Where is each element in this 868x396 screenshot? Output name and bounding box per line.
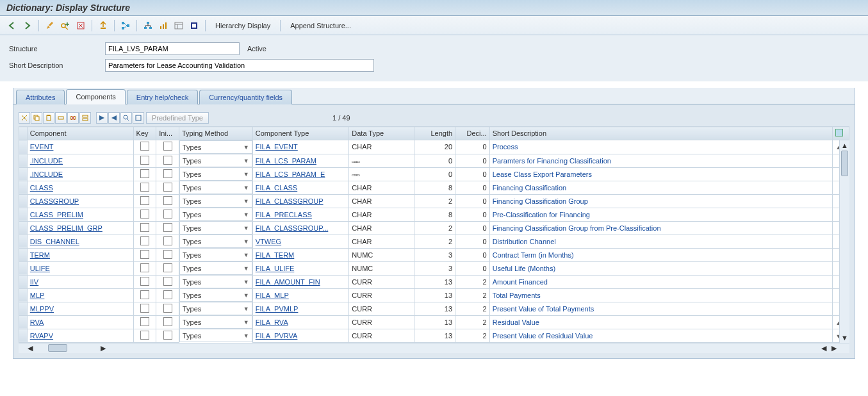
component-type-cell[interactable]: FILA_TERM — [252, 248, 349, 261]
dropdown-icon[interactable]: ▼ — [243, 171, 249, 177]
row-selector[interactable] — [19, 140, 28, 154]
component-cell[interactable]: MLP — [27, 288, 133, 302]
component-cell[interactable]: DIS_CHANNEL — [27, 235, 133, 248]
row-selector[interactable] — [19, 288, 28, 302]
initial-checkbox[interactable] — [156, 288, 179, 302]
check-icon[interactable] — [74, 19, 88, 33]
col-select[interactable] — [19, 127, 28, 140]
component-type-cell[interactable]: VTWEG — [252, 235, 349, 248]
dropdown-icon[interactable]: ▼ — [243, 319, 249, 326]
horizontal-scrollbar[interactable]: ◀ ▶ ◀ ▶ — [19, 343, 849, 353]
component-cell[interactable]: RVA — [27, 315, 133, 329]
component-cell[interactable]: .INCLUDE — [27, 154, 133, 167]
scroll-down-icon[interactable]: ▼ — [840, 333, 849, 343]
hierarchy-icon[interactable] — [141, 19, 155, 33]
table-row[interactable]: IIVTypes▼FILA_AMOUNT_FINCURR132Amount Fi… — [19, 275, 849, 288]
component-cell[interactable]: EVENT — [27, 140, 133, 154]
typing-method-cell[interactable]: Types▼ — [179, 181, 252, 194]
dropdown-icon[interactable]: ▼ — [243, 333, 249, 339]
table-row[interactable]: CLASS_PRELIM_GRPTypes▼FILA_CLASSGROUP...… — [19, 221, 849, 235]
typing-method-cell[interactable]: Types▼ — [179, 140, 252, 154]
key-checkbox[interactable] — [133, 275, 156, 288]
table-row[interactable]: DIS_CHANNELTypes▼VTWEGCHAR20Distribution… — [19, 235, 849, 248]
typing-method-cell[interactable]: Types▼ — [179, 235, 252, 248]
initial-checkbox[interactable] — [156, 248, 179, 261]
table-row[interactable]: CLASSGROUPTypes▼FILA_CLASSGROUPCHAR20Fin… — [19, 194, 849, 208]
key-checkbox[interactable] — [133, 288, 156, 302]
collapse-icon[interactable] — [108, 112, 120, 124]
row-selector[interactable] — [19, 275, 28, 288]
short-description-input[interactable] — [105, 59, 374, 72]
dropdown-icon[interactable]: ▼ — [243, 158, 249, 164]
component-type-cell[interactable]: FILA_RVA — [252, 315, 349, 329]
typing-method-cell[interactable]: Types▼ — [179, 154, 252, 167]
append-structure-button[interactable]: Append Structure... — [284, 19, 357, 32]
table-row[interactable]: MLPPVTypes▼FILA_PVMLPCURR132Present Valu… — [19, 302, 849, 315]
col-typing-method[interactable]: Typing Method — [179, 127, 252, 140]
dropdown-icon[interactable]: ▼ — [243, 292, 249, 299]
row-selector[interactable] — [19, 235, 28, 248]
col-key[interactable]: Key — [133, 127, 156, 140]
key-checkbox[interactable] — [133, 181, 156, 194]
typing-method-cell[interactable]: Types▼ — [179, 167, 252, 181]
tree-icon[interactable] — [172, 19, 186, 33]
initial-checkbox[interactable] — [156, 329, 179, 342]
scroll-right-icon[interactable]: ▶ — [98, 344, 108, 352]
dropdown-icon[interactable]: ▼ — [243, 225, 249, 231]
graphic-icon[interactable] — [156, 19, 170, 33]
component-cell[interactable]: MLPPV — [27, 302, 133, 315]
scroll-left-icon[interactable]: ◀ — [25, 344, 35, 352]
tab-attributes[interactable]: Attributes — [16, 90, 65, 104]
insert-row-icon[interactable] — [55, 112, 67, 124]
component-type-cell[interactable]: FILA_PVMLP — [252, 302, 349, 315]
row-selector[interactable] — [19, 194, 28, 208]
key-checkbox[interactable] — [133, 167, 156, 181]
key-checkbox[interactable] — [133, 154, 156, 167]
row-selector[interactable] — [19, 181, 28, 194]
duplicate-row-icon[interactable] — [79, 112, 91, 124]
initial-checkbox[interactable] — [156, 181, 179, 194]
component-cell[interactable]: IIV — [27, 275, 133, 288]
component-cell[interactable]: CLASS_PRELIM — [27, 208, 133, 221]
cut-icon[interactable] — [19, 112, 30, 124]
typing-method-cell[interactable]: Types▼ — [179, 315, 252, 329]
table-row[interactable]: ULIFETypes▼FILA_ULIFENUMC30Useful Life (… — [19, 261, 849, 275]
row-selector[interactable] — [19, 248, 28, 261]
key-checkbox[interactable] — [133, 248, 156, 261]
row-selector[interactable] — [19, 261, 28, 275]
typing-method-cell[interactable]: Types▼ — [179, 275, 252, 288]
typing-method-cell[interactable]: Types▼ — [179, 221, 252, 235]
row-selector[interactable] — [19, 329, 28, 342]
copy-icon[interactable] — [31, 112, 42, 124]
forward-icon[interactable] — [20, 19, 35, 33]
row-selector[interactable] — [19, 208, 28, 221]
table-row[interactable]: MLPTypes▼FILA_MLPCURR132Total Payments — [19, 288, 849, 302]
scroll-up-icon[interactable]: ▲ — [840, 140, 849, 151]
dropdown-icon[interactable]: ▼ — [243, 279, 249, 285]
initial-checkbox[interactable] — [156, 208, 179, 221]
key-checkbox[interactable] — [133, 261, 156, 275]
tab-entry-help[interactable]: Entry help/check — [127, 90, 198, 104]
component-cell[interactable]: CLASS — [27, 181, 133, 194]
vertical-scrollbar[interactable]: ▲ ▼ — [839, 140, 849, 343]
component-type-cell[interactable]: FILA_AMOUNT_FIN — [252, 275, 349, 288]
col-data-type[interactable]: Data Type — [349, 127, 414, 140]
initial-checkbox[interactable] — [156, 167, 179, 181]
table-row[interactable]: .INCLUDETypes▼FILA_LCS_PARAM_E▭▭▭00Lease… — [19, 167, 849, 181]
component-cell[interactable]: ULIFE — [27, 261, 133, 275]
structure-input[interactable] — [105, 42, 240, 55]
component-cell[interactable]: CLASSGROUP — [27, 194, 133, 208]
typing-method-cell[interactable]: Types▼ — [179, 329, 252, 342]
table-row[interactable]: EVENTTypes▼FILA_EVENTCHAR200Process▲ — [19, 140, 849, 154]
row-selector[interactable] — [19, 315, 28, 329]
typing-method-cell[interactable]: Types▼ — [179, 261, 252, 275]
initial-checkbox[interactable] — [156, 315, 179, 329]
table-row[interactable]: TERMTypes▼FILA_TERMNUMC30Contract Term (… — [19, 248, 849, 261]
component-cell[interactable]: TERM — [27, 248, 133, 261]
typing-method-cell[interactable]: Types▼ — [179, 288, 252, 302]
table-row[interactable]: CLASSTypes▼FILA_CLASSCHAR80Financing Cla… — [19, 181, 849, 194]
dropdown-icon[interactable]: ▼ — [243, 144, 249, 151]
col-short-description[interactable]: Short Description — [489, 127, 833, 140]
component-type-cell[interactable]: FILA_MLP — [252, 288, 349, 302]
component-cell[interactable]: .INCLUDE — [27, 167, 133, 181]
